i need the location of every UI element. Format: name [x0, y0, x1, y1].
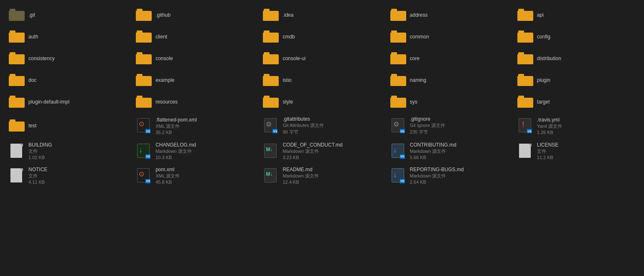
file-item[interactable]: api: [513, 4, 640, 26]
file-item[interactable]: example: [131, 69, 258, 91]
file-info: .github: [155, 12, 171, 18]
folder-icon: [135, 8, 152, 23]
file-name: istio: [283, 77, 291, 83]
file-info: sys: [410, 99, 417, 105]
file-info: .flattened-pom.xml XML 源文件 35.2 KB: [155, 117, 197, 135]
file-item[interactable]: doc: [4, 69, 131, 91]
folder-icon: [8, 94, 25, 109]
file-item[interactable]: console: [131, 48, 258, 69]
file-item[interactable]: core: [386, 48, 513, 69]
file-name: CONTRIBUTING.md: [410, 142, 456, 148]
plain-file-icon: [517, 144, 534, 159]
file-item[interactable]: plugin-default-impl: [4, 91, 131, 113]
file-size: 3.23 KB: [283, 155, 342, 160]
file-item[interactable]: common: [386, 26, 513, 48]
folder-icon: [135, 73, 152, 88]
file-name: resources: [155, 99, 178, 105]
file-type: Git Ignore 源文件: [410, 122, 445, 129]
file-type: 文件: [537, 148, 558, 154]
file-item[interactable]: [513, 163, 640, 188]
file-item[interactable]: .idea: [258, 4, 385, 26]
file-item[interactable]: ↓ VS CHANGELOG.md Markdown 源文件 10.3 KB: [131, 139, 258, 163]
file-item[interactable]: address: [386, 4, 513, 26]
file-type: XML 源文件: [155, 173, 180, 179]
gear-file-icon: ⚙ VS: [262, 118, 279, 133]
file-info: core: [410, 56, 420, 61]
file-item[interactable]: M↓ CODE_OF_CONDUCT.md Markdown 源文件 3.23 …: [258, 139, 385, 163]
file-item[interactable]: ↓ VS REPORTING-BUGS.md Markdown 源文件 2.64…: [386, 163, 513, 188]
file-item[interactable]: client: [131, 26, 258, 48]
file-item[interactable]: resources: [131, 91, 258, 113]
file-item[interactable]: console-ui: [258, 48, 385, 69]
file-info: auth: [28, 34, 38, 40]
dl-blue-file-icon: ↓ VS: [390, 168, 407, 183]
file-item[interactable]: .github: [131, 4, 258, 26]
file-size: 2.64 KB: [410, 180, 464, 185]
file-item[interactable]: plugin: [513, 69, 640, 91]
file-item[interactable]: .git: [4, 4, 131, 26]
folder-icon: [517, 8, 534, 23]
file-item[interactable]: M↓ README.md Markdown 源文件 12.4 KB: [258, 163, 385, 188]
file-name: core: [410, 56, 420, 61]
file-item[interactable]: LICENSE 文件 11.2 KB: [513, 139, 640, 163]
md-plain-file-icon: M↓: [262, 168, 279, 183]
file-size: 1.26 KB: [537, 130, 562, 135]
file-info: .gitignore Git Ignore 源文件 235 字节: [410, 116, 445, 135]
file-type: Yaml 源文件: [537, 123, 562, 129]
file-type: Markdown 源文件: [155, 148, 196, 154]
file-item[interactable]: sys: [386, 91, 513, 113]
file-item[interactable]: target: [513, 91, 640, 113]
file-item[interactable]: naming: [386, 69, 513, 91]
file-name: config: [537, 34, 550, 40]
file-info: console: [155, 56, 173, 61]
file-item[interactable]: ⊙ VS pom.xml XML 源文件 45.8 KB: [131, 163, 258, 188]
file-name: console-ui: [283, 56, 305, 61]
file-item[interactable]: NOTICE 文件 4.11 KB: [4, 163, 131, 188]
file-name: naming: [410, 77, 426, 83]
file-item[interactable]: ↓ VS CONTRIBUTING.md Markdown 源文件 5.66 K…: [386, 139, 513, 163]
file-item[interactable]: ⚙ VS .gitignore Git Ignore 源文件 235 字节: [386, 113, 513, 139]
file-info: CHANGELOG.md Markdown 源文件 10.3 KB: [155, 142, 196, 160]
file-size: 11.2 KB: [537, 155, 558, 160]
file-info: naming: [410, 77, 426, 83]
folder-icon: [135, 51, 152, 66]
file-item[interactable]: auth: [4, 26, 131, 48]
file-info: style: [283, 99, 293, 105]
file-info: CONTRIBUTING.md Markdown 源文件 5.66 KB: [410, 142, 456, 160]
file-name: NOTICE: [28, 167, 47, 172]
file-item[interactable]: style: [258, 91, 385, 113]
file-info: .gitattributes Git Attributes 源文件 90 字节: [283, 116, 324, 135]
file-type: XML 源文件: [155, 123, 197, 129]
file-item[interactable]: ⚙ VS .gitattributes Git Attributes 源文件 9…: [258, 113, 385, 139]
file-type: Git Attributes 源文件: [283, 122, 324, 129]
file-size: 12.4 KB: [283, 180, 319, 185]
file-name: target: [537, 99, 550, 105]
folder-icon: [262, 8, 279, 23]
file-item[interactable]: consistency: [4, 48, 131, 69]
file-size: 4.11 KB: [28, 180, 47, 185]
xml-file-icon: ⊙ VS: [135, 118, 152, 133]
file-name: pom.xml: [155, 167, 180, 172]
plain-file-icon: [8, 168, 25, 183]
file-name: test: [28, 123, 36, 129]
file-name: sys: [410, 99, 417, 105]
file-item[interactable]: config: [513, 26, 640, 48]
folder-icon: [390, 51, 407, 66]
file-name: address: [410, 12, 428, 18]
file-item[interactable]: istio: [258, 69, 385, 91]
file-name: .idea: [283, 12, 293, 18]
file-info: BUILDING 文件 1.02 KB: [28, 142, 52, 160]
file-item[interactable]: ! VS .travis.yml Yaml 源文件 1.26 KB: [513, 113, 640, 139]
file-name: plugin-default-impl: [28, 99, 69, 105]
file-item[interactable]: test: [4, 113, 131, 139]
file-item[interactable]: distribution: [513, 48, 640, 69]
file-item[interactable]: cmdb: [258, 26, 385, 48]
file-name: plugin: [537, 77, 550, 83]
dl-blue-file-icon: ↓ VS: [390, 144, 407, 159]
file-info: api: [537, 12, 544, 18]
file-name: api: [537, 12, 544, 18]
file-item[interactable]: ⊙ VS .flattened-pom.xml XML 源文件 35.2 KB: [131, 113, 258, 139]
folder-icon: [262, 29, 279, 44]
file-info: .idea: [283, 12, 293, 18]
file-item[interactable]: BUILDING 文件 1.02 KB: [4, 139, 131, 163]
